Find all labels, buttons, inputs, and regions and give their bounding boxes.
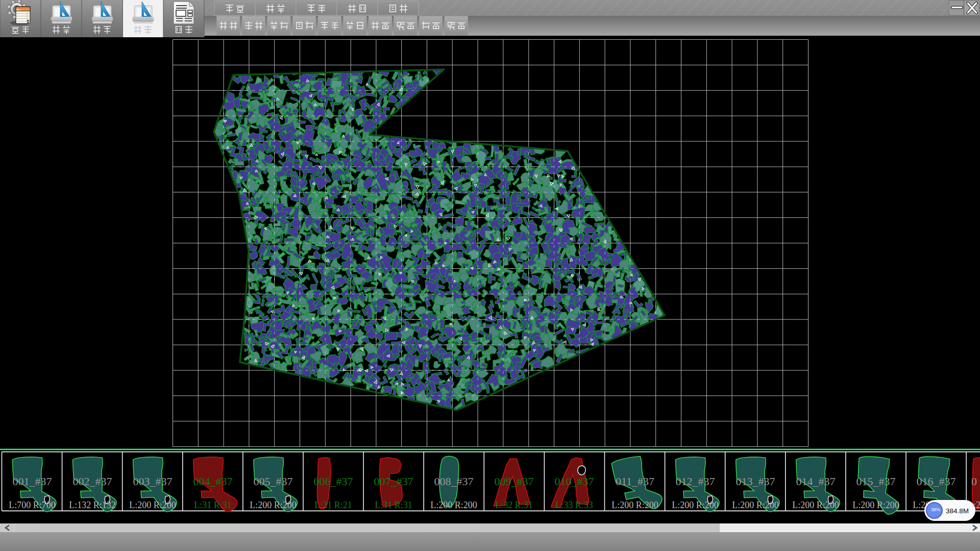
- svg-text:L:200 R:200: L:200 R:200: [672, 500, 719, 510]
- svg-text:L:31 R:31: L:31 R:31: [194, 500, 232, 510]
- svg-text:006_#37: 006_#37: [314, 475, 353, 488]
- svg-text:008_#37: 008_#37: [434, 475, 474, 488]
- svg-text:002_#37: 002_#37: [73, 475, 112, 488]
- svg-text:L:21 R:21: L:21 R:21: [314, 500, 352, 510]
- svg-text:L:200 R:200: L:200 R:200: [792, 500, 839, 510]
- svg-text:012_#37: 012_#37: [676, 475, 715, 488]
- svg-text:L:200 R:200: L:200 R:200: [430, 500, 477, 510]
- svg-text:015_#37: 015_#37: [856, 475, 896, 488]
- svg-text:013_#37: 013_#37: [736, 475, 775, 488]
- svg-text:010_#37: 010_#37: [555, 475, 594, 488]
- svg-text:L:31 R:31: L:31 R:31: [375, 500, 412, 510]
- svg-text:001_#37: 001_#37: [13, 475, 52, 488]
- svg-text:005_#37: 005_#37: [254, 475, 293, 488]
- svg-text:L:132 R:132: L:132 R:132: [69, 500, 116, 510]
- svg-text:014_#37: 014_#37: [796, 475, 836, 488]
- svg-text:L:200 R:200: L:200 R:200: [129, 500, 176, 510]
- svg-text:L:33 R:33: L:33 R:33: [555, 500, 593, 510]
- svg-text:0: 0: [971, 475, 977, 488]
- svg-text:L:32 R:31: L:32 R:31: [495, 500, 533, 510]
- svg-text:004_#37: 004_#37: [193, 475, 233, 488]
- svg-text:003_#37: 003_#37: [133, 475, 173, 488]
- svg-text:L:200 R:200: L:200 R:200: [732, 500, 779, 510]
- svg-text:009_#37: 009_#37: [495, 475, 534, 488]
- svg-text:L:200 R:200: L:200 R:200: [611, 500, 658, 510]
- svg-text:L:200 R:200: L:200 R:200: [852, 500, 899, 510]
- svg-text:016_#37: 016_#37: [917, 475, 956, 488]
- svg-text:007_#37: 007_#37: [374, 475, 413, 488]
- svg-text:L:700 R:700: L:700 R:700: [9, 500, 56, 510]
- svg-text:011_#37: 011_#37: [616, 475, 654, 488]
- svg-text:L:200 R:200: L:200 R:200: [250, 500, 297, 510]
